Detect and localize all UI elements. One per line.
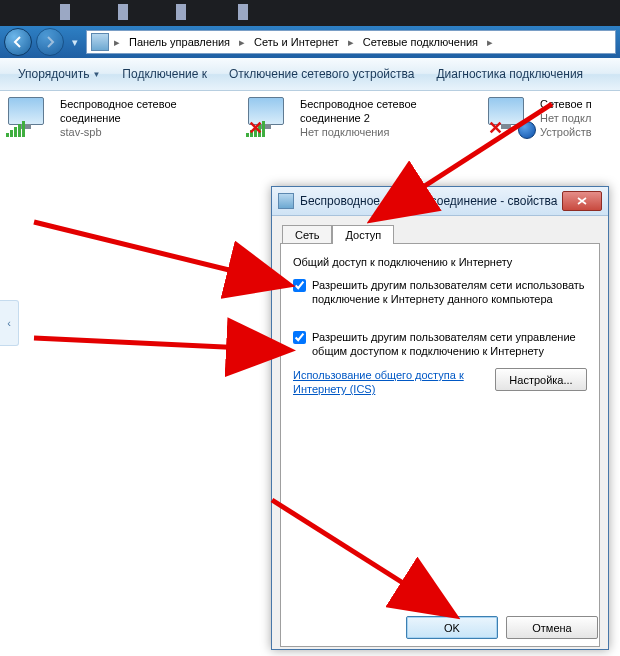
ok-button[interactable]: OK (406, 616, 498, 639)
connections-list: Беспроводное сетевое соединение stav-spb… (0, 91, 620, 194)
allow-control-checkbox[interactable] (293, 331, 306, 344)
tab-strip: Сеть Доступ (272, 216, 608, 243)
chevron-right-icon[interactable]: ▸ (484, 36, 496, 49)
tab-sharing[interactable]: Доступ (332, 225, 394, 244)
forward-button[interactable] (36, 28, 64, 56)
allow-share-label: Разрешить другим пользователям сети испо… (312, 278, 587, 306)
breadcrumb[interactable]: ▸ Панель управления ▸ Сеть и Интернет ▸ … (86, 30, 616, 54)
wifi-disconnected-icon: ✕ (246, 97, 294, 137)
connection-status: Нет подключения (300, 125, 476, 139)
connection-status: Нет подкл (540, 111, 592, 125)
connection-name: Беспроводное сетевое соединение 2 (300, 97, 476, 125)
diagnose-connection[interactable]: Диагностика подключения (428, 63, 591, 85)
disable-device[interactable]: Отключение сетевого устройства (221, 63, 422, 85)
wifi-icon (6, 97, 54, 137)
bc-network[interactable]: Сеть и Интернет (248, 31, 345, 53)
bluetooth-icon (518, 121, 536, 139)
connection-status: stav-spb (60, 125, 236, 139)
chevron-right-icon[interactable]: ▸ (111, 36, 123, 49)
command-bar: Упорядочить ▼ Подключение к Отключение с… (0, 58, 620, 91)
close-button[interactable] (562, 191, 602, 211)
tab-panel-sharing: Общий доступ к подключению к Интернету Р… (280, 243, 600, 647)
properties-dialog: Беспроводное сетевое соединение - свойст… (271, 186, 609, 650)
settings-button[interactable]: Настройка... (495, 368, 587, 391)
scroll-left-button[interactable]: ‹ (0, 300, 19, 346)
group-title: Общий доступ к подключению к Интернету (293, 256, 587, 268)
tab-network[interactable]: Сеть (282, 225, 332, 244)
allow-control-label: Разрешить другим пользователям сети упра… (312, 330, 587, 358)
dialog-title: Беспроводное сетевое соединение - свойст… (300, 194, 562, 208)
chevron-right-icon[interactable]: ▸ (345, 36, 357, 49)
bc-control-panel[interactable]: Панель управления (123, 31, 236, 53)
connection-name: Беспроводное сетевое соединение (60, 97, 236, 125)
chevron-right-icon[interactable]: ▸ (236, 36, 248, 49)
cancel-button[interactable]: Отмена (506, 616, 598, 639)
ethernet-bluetooth-icon: ✕ (486, 97, 534, 137)
x-icon: ✕ (488, 119, 506, 137)
dialog-buttons: OK Отмена (406, 616, 598, 639)
connection-item[interactable]: Беспроводное сетевое соединение stav-spb (6, 97, 236, 187)
breadcrumb-icon (91, 33, 109, 51)
organize-menu[interactable]: Упорядочить ▼ (10, 63, 108, 85)
nav-history-dropdown[interactable]: ▾ (68, 36, 82, 49)
connection-status-2: Устройств (540, 125, 592, 139)
dialog-titlebar[interactable]: Беспроводное сетевое соединение - свойст… (272, 187, 608, 216)
back-button[interactable] (4, 28, 32, 56)
chevron-down-icon: ▼ (92, 70, 100, 79)
connection-name: Сетевое п (540, 97, 592, 111)
x-icon: ✕ (248, 119, 266, 137)
nav-bar: ▾ ▸ Панель управления ▸ Сеть и Интернет … (0, 26, 620, 58)
allow-share-checkbox[interactable] (293, 279, 306, 292)
connection-item[interactable]: ✕ Беспроводное сетевое соединение 2 Нет … (246, 97, 476, 187)
explorer-window: ▾ ▸ Панель управления ▸ Сеть и Интернет … (0, 0, 620, 656)
bc-connections[interactable]: Сетевые подключения (357, 31, 484, 53)
dialog-icon (278, 193, 294, 209)
ics-help-link[interactable]: Использование общего доступа к Интернету… (293, 368, 473, 396)
connect-to-menu[interactable]: Подключение к (114, 63, 215, 85)
connection-item[interactable]: ✕ Сетевое п Нет подкл Устройств (486, 97, 596, 187)
taskbar-strip (0, 0, 620, 26)
